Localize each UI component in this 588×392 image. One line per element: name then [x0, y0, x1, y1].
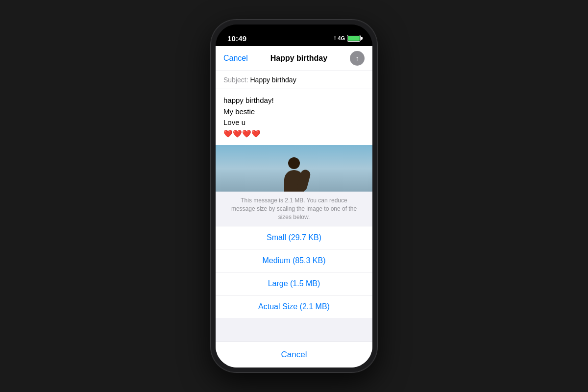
right-arm: [296, 169, 312, 192]
send-button[interactable]: ↑: [350, 51, 365, 66]
message-line-3: Love u: [223, 117, 365, 128]
status-bar: 10:49 ! 4G: [216, 24, 372, 46]
size-options-list: Small (29.7 KB) Medium (85.3 KB) Large (…: [216, 226, 372, 318]
subject-line: Subject: Happy birthday: [216, 71, 372, 89]
status-time: 10:49: [227, 34, 246, 43]
person-body: [284, 170, 304, 192]
battery-fill: [348, 36, 360, 41]
home-indicator: [265, 363, 323, 365]
message-line-2: My bestie: [223, 106, 365, 118]
screen-content: Cancel Happy birthday ↑ Subject: Happy b…: [216, 46, 372, 368]
status-indicators: ! 4G: [334, 35, 361, 42]
cancel-compose-button[interactable]: Cancel: [223, 54, 248, 63]
message-line-4: ❤️❤️❤️❤️: [223, 128, 365, 140]
subject-label: Subject:: [223, 76, 248, 84]
subject-value: Happy birthday: [250, 76, 296, 84]
message-body[interactable]: happy birthday! My bestie Love u ❤️❤️❤️❤…: [216, 89, 372, 145]
person-head: [288, 157, 300, 169]
status-alert: !: [334, 35, 336, 41]
image-placeholder: [216, 145, 372, 192]
phone-frame: 10:49 ! 4G Cancel Happy birthday ↑: [211, 20, 377, 372]
status-signal: 4G: [338, 35, 345, 41]
size-option-medium[interactable]: Medium (85.3 KB): [216, 249, 372, 272]
compose-title: Happy birthday: [270, 54, 327, 63]
battery-indicator: [347, 35, 361, 42]
size-option-small[interactable]: Small (29.7 KB): [216, 226, 372, 249]
battery-icon: [347, 35, 361, 42]
bottom-section: Cancel: [216, 318, 372, 368]
size-option-large[interactable]: Large (1.5 MB): [216, 272, 372, 295]
message-line-1: happy birthday!: [223, 95, 365, 106]
person-silhouette: [282, 157, 306, 192]
size-info-text: This message is 2.1 MB. You can reduce m…: [216, 192, 372, 226]
send-icon: ↑: [356, 55, 359, 62]
phone-screen: 10:49 ! 4G Cancel Happy birthday ↑: [216, 24, 372, 368]
size-option-actual[interactable]: Actual Size (2.1 MB): [216, 295, 372, 318]
image-attachment: [216, 145, 372, 192]
mail-compose-header: Cancel Happy birthday ↑: [216, 46, 372, 71]
